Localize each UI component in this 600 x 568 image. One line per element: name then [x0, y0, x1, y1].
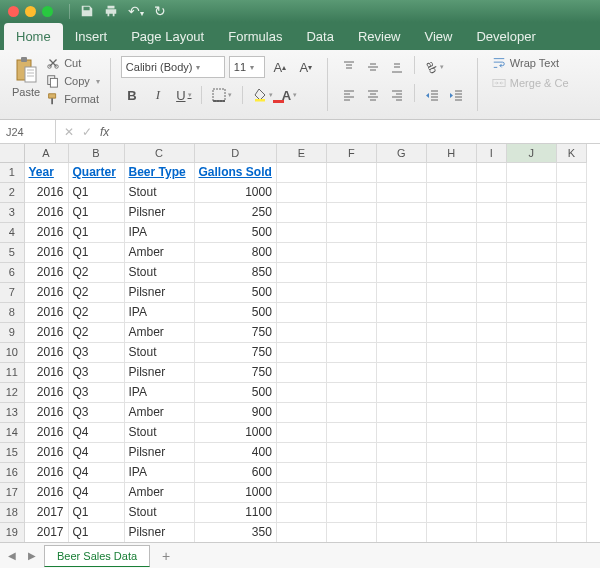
cell-A9[interactable]: 2016: [24, 322, 68, 342]
cell-A6[interactable]: 2016: [24, 262, 68, 282]
row-header-16[interactable]: 16: [0, 462, 24, 482]
italic-button[interactable]: I: [147, 84, 169, 106]
cell-D19[interactable]: 350: [194, 522, 276, 542]
cell-H17[interactable]: [426, 482, 476, 502]
cell-A14[interactable]: 2016: [24, 422, 68, 442]
cell-D14[interactable]: 1000: [194, 422, 276, 442]
cell-J4[interactable]: [506, 222, 556, 242]
cell-J1[interactable]: [506, 162, 556, 182]
cell-A17[interactable]: 2016: [24, 482, 68, 502]
cell-G12[interactable]: [376, 382, 426, 402]
cell-I3[interactable]: [476, 202, 506, 222]
cell-I11[interactable]: [476, 362, 506, 382]
ribbon-tab-page-layout[interactable]: Page Layout: [119, 23, 216, 50]
orientation-button[interactable]: ab▾: [421, 56, 449, 78]
redo-icon[interactable]: ↻: [154, 3, 166, 19]
cell-G16[interactable]: [376, 462, 426, 482]
cell-E15[interactable]: [276, 442, 326, 462]
cell-B18[interactable]: Q1: [68, 502, 124, 522]
cell-H16[interactable]: [426, 462, 476, 482]
cell-E19[interactable]: [276, 522, 326, 542]
cell-F7[interactable]: [326, 282, 376, 302]
copy-button[interactable]: Copy▾: [46, 74, 100, 88]
cell-G4[interactable]: [376, 222, 426, 242]
cell-K19[interactable]: [556, 522, 586, 542]
cell-D17[interactable]: 1000: [194, 482, 276, 502]
cell-B10[interactable]: Q3: [68, 342, 124, 362]
cell-C19[interactable]: Pilsner: [124, 522, 194, 542]
cut-button[interactable]: Cut: [46, 56, 100, 70]
cell-H15[interactable]: [426, 442, 476, 462]
cell-K3[interactable]: [556, 202, 586, 222]
cell-B19[interactable]: Q1: [68, 522, 124, 542]
cell-B14[interactable]: Q4: [68, 422, 124, 442]
cell-I1[interactable]: [476, 162, 506, 182]
cell-E7[interactable]: [276, 282, 326, 302]
cell-J11[interactable]: [506, 362, 556, 382]
cell-E6[interactable]: [276, 262, 326, 282]
cell-D3[interactable]: 250: [194, 202, 276, 222]
cell-F18[interactable]: [326, 502, 376, 522]
row-header-10[interactable]: 10: [0, 342, 24, 362]
cell-H7[interactable]: [426, 282, 476, 302]
row-header-18[interactable]: 18: [0, 502, 24, 522]
cell-K1[interactable]: [556, 162, 586, 182]
cell-K6[interactable]: [556, 262, 586, 282]
underline-button[interactable]: U▾: [173, 84, 195, 106]
column-header-D[interactable]: D: [194, 144, 276, 162]
cell-D4[interactable]: 500: [194, 222, 276, 242]
ribbon-tab-developer[interactable]: Developer: [464, 23, 547, 50]
cancel-formula-icon[interactable]: ✕: [64, 125, 74, 139]
cell-I5[interactable]: [476, 242, 506, 262]
cell-H2[interactable]: [426, 182, 476, 202]
fx-icon[interactable]: fx: [100, 125, 109, 139]
cell-G1[interactable]: [376, 162, 426, 182]
cell-K18[interactable]: [556, 502, 586, 522]
cell-J10[interactable]: [506, 342, 556, 362]
cell-J12[interactable]: [506, 382, 556, 402]
cell-E3[interactable]: [276, 202, 326, 222]
cell-B11[interactable]: Q3: [68, 362, 124, 382]
cell-H13[interactable]: [426, 402, 476, 422]
cell-A13[interactable]: 2016: [24, 402, 68, 422]
cell-I14[interactable]: [476, 422, 506, 442]
increase-indent-button[interactable]: [445, 84, 467, 106]
align-left-button[interactable]: [338, 84, 360, 106]
cell-A12[interactable]: 2016: [24, 382, 68, 402]
cell-E2[interactable]: [276, 182, 326, 202]
row-header-14[interactable]: 14: [0, 422, 24, 442]
cell-E4[interactable]: [276, 222, 326, 242]
cell-F6[interactable]: [326, 262, 376, 282]
cell-H6[interactable]: [426, 262, 476, 282]
cell-E13[interactable]: [276, 402, 326, 422]
cell-E8[interactable]: [276, 302, 326, 322]
cell-B16[interactable]: Q4: [68, 462, 124, 482]
sheet-nav-next[interactable]: ▶: [24, 548, 40, 564]
cell-H18[interactable]: [426, 502, 476, 522]
cell-C10[interactable]: Stout: [124, 342, 194, 362]
cell-C3[interactable]: Pilsner: [124, 202, 194, 222]
cell-H4[interactable]: [426, 222, 476, 242]
cell-B9[interactable]: Q2: [68, 322, 124, 342]
cell-D9[interactable]: 750: [194, 322, 276, 342]
cell-I6[interactable]: [476, 262, 506, 282]
cell-A11[interactable]: 2016: [24, 362, 68, 382]
cell-F2[interactable]: [326, 182, 376, 202]
cell-A4[interactable]: 2016: [24, 222, 68, 242]
cell-D6[interactable]: 850: [194, 262, 276, 282]
ribbon-tab-formulas[interactable]: Formulas: [216, 23, 294, 50]
cell-I19[interactable]: [476, 522, 506, 542]
cell-J13[interactable]: [506, 402, 556, 422]
cell-G3[interactable]: [376, 202, 426, 222]
cell-H12[interactable]: [426, 382, 476, 402]
row-header-15[interactable]: 15: [0, 442, 24, 462]
cell-A10[interactable]: 2016: [24, 342, 68, 362]
cell-E18[interactable]: [276, 502, 326, 522]
cell-C17[interactable]: Amber: [124, 482, 194, 502]
cell-K12[interactable]: [556, 382, 586, 402]
cell-D1[interactable]: Gallons Sold: [194, 162, 276, 182]
font-family-combo[interactable]: Calibri (Body)▾: [121, 56, 225, 78]
cell-I9[interactable]: [476, 322, 506, 342]
window-zoom[interactable]: [42, 6, 53, 17]
row-header-6[interactable]: 6: [0, 262, 24, 282]
